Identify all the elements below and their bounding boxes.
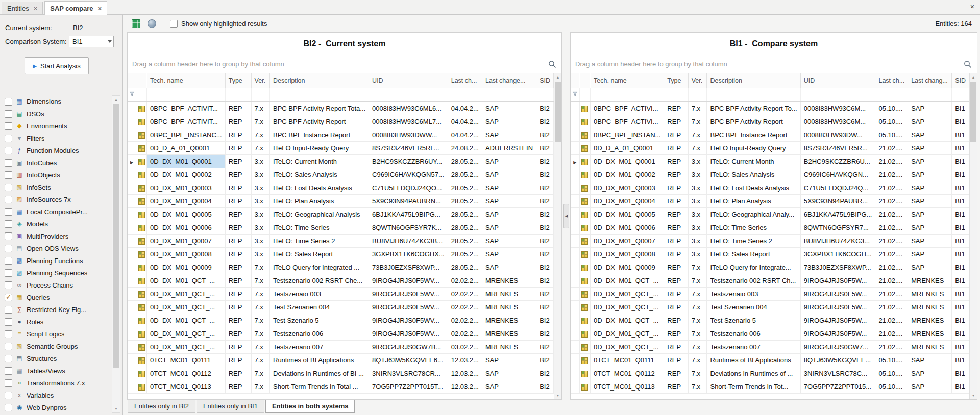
checkbox-icon[interactable] [5, 110, 12, 118]
uid-cell[interactable]: 9IROG4JRJS0F5W... [800, 287, 875, 300]
sid-cell[interactable]: BI1 [952, 208, 969, 221]
version-cell[interactable]: 7.x [251, 274, 270, 287]
version-cell[interactable]: 3.x [688, 154, 707, 168]
sid-cell[interactable]: BI2 [536, 194, 554, 208]
table-row[interactable]: 0D_DX_M01_Q0008REP3.xITeLO: Sales Report… [128, 247, 554, 261]
version-cell[interactable]: 3.x [688, 221, 707, 234]
last-changed-date-cell[interactable]: 02.02.2... [448, 327, 482, 340]
version-cell[interactable]: 3.x [688, 181, 707, 194]
tech-name-cell[interactable]: 0D_D_A_01_Q0001 [591, 141, 664, 154]
last-changed-date-cell[interactable]: 02.02.2... [448, 274, 482, 287]
tree-item-tables-views[interactable]: ▦ Tables/Views [5, 365, 108, 377]
column-header-tech-name[interactable]: Tech. name [147, 73, 226, 88]
description-cell[interactable]: ITeLO: Current Month [270, 154, 369, 168]
type-cell[interactable]: REP [225, 194, 251, 208]
version-cell[interactable]: 7.x [688, 141, 707, 154]
last-changed-date-cell[interactable]: 21.02.... [875, 340, 908, 353]
last-changed-by-cell[interactable]: SAP [482, 221, 536, 234]
tech-name-cell[interactable]: 0D_DX_M01_QCT_... [591, 340, 664, 353]
last-changed-by-cell[interactable]: MRENKES [908, 287, 952, 300]
last-changed-by-cell[interactable]: ADUERRSTEIN [482, 141, 536, 154]
type-cell[interactable]: REP [664, 208, 688, 221]
last-changed-date-cell[interactable]: 21.02.... [875, 221, 908, 234]
column-header-last-ch[interactable]: Last ch... [448, 73, 482, 88]
sid-cell[interactable]: BI1 [952, 380, 969, 393]
last-changed-by-cell[interactable]: SAP [908, 261, 952, 274]
description-cell[interactable]: Test Szenarien 004 [270, 300, 369, 314]
checkbox-icon[interactable] [5, 294, 12, 301]
table-row[interactable]: 0BPC_BPF_ACTIVI...REP7.xBPC BPF Activity… [571, 115, 969, 128]
description-cell[interactable]: ITeLO: Geographical Analysis [270, 208, 369, 221]
sid-cell[interactable]: BI1 [952, 247, 969, 261]
tech-name-cell[interactable]: 0D_DX_M01_Q0004 [147, 194, 226, 208]
description-cell[interactable]: ITeLO: Plan Analysis [270, 194, 369, 208]
description-cell[interactable]: BPC BPF Activity Report [707, 115, 800, 128]
last-changed-date-cell[interactable]: 21.02.... [875, 247, 908, 261]
checkbox-icon[interactable] [5, 122, 12, 130]
column-header-type[interactable]: Type [664, 73, 688, 88]
table-row[interactable]: 0D_DX_M01_Q0002REP3.xITeLO: Sales Analys… [128, 168, 554, 181]
tech-name-cell[interactable]: 0D_DX_M01_Q0002 [147, 168, 226, 181]
type-cell[interactable]: REP [664, 221, 688, 234]
description-cell[interactable]: ITeLO: Time Series [707, 221, 800, 234]
version-cell[interactable]: 3.x [251, 194, 270, 208]
last-changed-by-cell[interactable]: MRENKES [482, 287, 536, 300]
checkbox-icon[interactable] [5, 171, 12, 179]
tech-name-cell[interactable]: 0D_DX_M01_Q0008 [591, 247, 664, 261]
version-cell[interactable]: 7.x [688, 274, 707, 287]
tech-name-cell[interactable]: 0D_DX_M01_Q0006 [591, 221, 664, 234]
table-row[interactable]: 0D_DX_M01_Q0008REP3.xITeLO: Sales Report… [571, 247, 969, 261]
sid-cell[interactable]: BI2 [536, 234, 554, 247]
sid-cell[interactable]: BI2 [536, 168, 554, 181]
description-cell[interactable]: Short-Term Trends in Tot... [707, 380, 800, 393]
tech-name-cell[interactable]: 0D_DX_M01_QCT_... [147, 287, 226, 300]
tech-name-cell[interactable]: 0D_DX_M01_QCT_... [591, 327, 664, 340]
column-header-uid[interactable]: UID [369, 73, 448, 88]
filter-cell[interactable] [369, 88, 448, 101]
sid-cell[interactable]: BI1 [952, 168, 969, 181]
type-cell[interactable]: REP [664, 367, 688, 380]
table-row[interactable]: 0BPC_BPF_INSTANC...REP7.xBPC BPF Instanc… [128, 128, 554, 141]
version-cell[interactable]: 3.x [251, 234, 270, 247]
tree-item-filters[interactable]: ▼ Filters [5, 132, 108, 144]
tech-name-cell[interactable]: 0D_DX_M01_QCT_... [147, 314, 226, 327]
table-row[interactable]: 0D_DX_M01_QCT_...REP7.xTestszenario 0069… [128, 327, 554, 340]
checkbox-icon[interactable] [5, 392, 12, 399]
description-cell[interactable]: Deviations in Runtimes of ... [707, 367, 800, 380]
tech-name-cell[interactable]: 0TCT_MC01_Q0113 [147, 380, 226, 393]
column-header-uid[interactable]: UID [800, 73, 875, 88]
type-cell[interactable]: REP [225, 274, 251, 287]
type-cell[interactable]: REP [225, 141, 251, 154]
table-row[interactable]: 0D_DX_M01_QCT_...REP7.xTestszenaio 0039I… [128, 287, 554, 300]
table-row[interactable]: 0D_DX_M01_QCT_...REP7.xTest Szenario 59I… [571, 314, 969, 327]
tech-name-cell[interactable]: 0BPC_BPF_INSTAN... [591, 128, 664, 141]
uid-cell[interactable]: 3GXPBX1TK6COGHX... [369, 247, 448, 261]
last-changed-by-cell[interactable]: MRENKES [482, 274, 536, 287]
type-cell[interactable]: REP [225, 221, 251, 234]
type-cell[interactable]: REP [225, 168, 251, 181]
last-changed-by-cell[interactable]: SAP [908, 154, 952, 168]
tech-name-cell[interactable]: 0TCT_MC01_Q0111 [591, 353, 664, 367]
uid-cell[interactable]: 0008I83HW93DWW... [369, 128, 448, 141]
last-changed-by-cell[interactable]: SAP [908, 221, 952, 234]
uid-cell[interactable]: C71U5FLDQDJ24QO... [369, 181, 448, 194]
last-changed-date-cell[interactable]: 21.02.... [875, 314, 908, 327]
tree-item-variables[interactable]: x Variables [5, 389, 108, 401]
last-changed-date-cell[interactable]: 28.05.2... [448, 194, 482, 208]
table-row[interactable]: 0TCT_MC01_Q0111REP7.xRuntimes of BI Appl… [571, 353, 969, 367]
description-cell[interactable]: Test Szenario 5 [707, 314, 800, 327]
checkbox-icon[interactable] [5, 330, 12, 338]
tech-name-cell[interactable]: 0D_DX_M01_Q0002 [591, 168, 664, 181]
version-cell[interactable]: 3.x [251, 154, 270, 168]
checkbox-icon[interactable] [5, 232, 12, 240]
sid-cell[interactable]: BI2 [536, 101, 554, 115]
table-row[interactable]: 0D_D_A_01_Q0001REP7.xITeLO Input-Ready Q… [128, 141, 554, 154]
sid-cell[interactable]: BI1 [952, 340, 969, 353]
sid-cell[interactable]: BI2 [536, 115, 554, 128]
tech-name-cell[interactable]: 0BPC_BPF_ACTIVIT... [147, 101, 226, 115]
checkbox-icon[interactable] [5, 306, 12, 314]
last-changed-date-cell[interactable]: 28.05.2... [448, 247, 482, 261]
column-header-ver[interactable]: Ver. [251, 73, 270, 88]
checkbox-icon[interactable] [5, 404, 12, 411]
filter-cell[interactable] [688, 88, 707, 101]
